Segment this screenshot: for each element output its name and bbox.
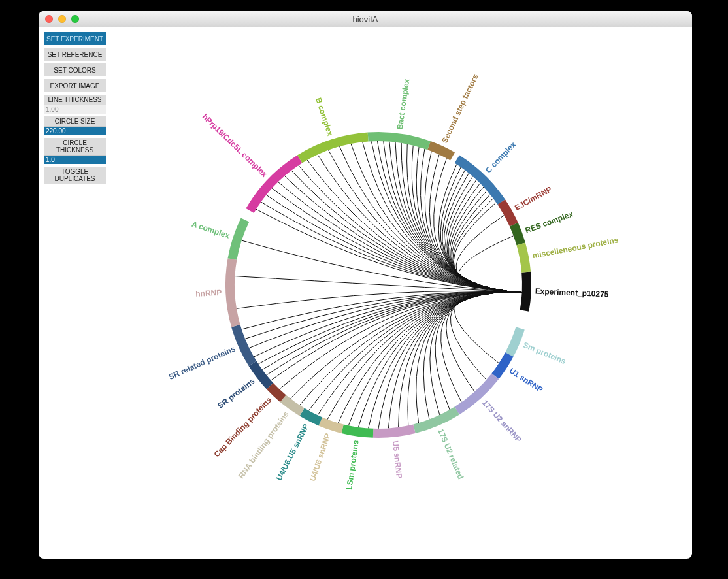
chord-srprot: [262, 292, 521, 370]
app-window: hiovitA SET EXPERIMENT SET REFERENCE SET…: [39, 11, 692, 559]
arc-label-lsm: LSm proteins: [344, 439, 361, 490]
arc-label-hprp19: hPrp19/Cdc5L complex: [201, 112, 269, 179]
arc-secondstep[interactable]: [427, 141, 455, 160]
arc-sm[interactable]: [505, 327, 525, 357]
arc-u5[interactable]: [373, 424, 416, 438]
arc-res[interactable]: [510, 223, 525, 246]
chord-u4u6u5: [308, 292, 521, 410]
arc-label-srrel: SR related proteins: [167, 344, 237, 382]
chord-hprp19: [284, 176, 521, 292]
chord-hprp19: [278, 182, 521, 292]
arc-label-u4u6: U4/U6 snRNP: [308, 432, 333, 482]
arc-label-ccomplex: C complex: [484, 140, 518, 175]
arc-label-sm: Sm proteins: [521, 340, 567, 367]
chord-srrel: [245, 291, 522, 339]
arc-label-u5: U5 snRNP: [391, 440, 404, 479]
arc-label-exp: Experiment_p10275: [535, 287, 610, 299]
window-title: hiovitA: [39, 14, 692, 24]
chord-hprp19: [272, 188, 522, 292]
arc-bact[interactable]: [368, 132, 431, 150]
arc-label-u4u6u5: U4/U6.U5 snRNP: [274, 422, 311, 482]
chord-hprp19: [261, 202, 521, 292]
arc-u2_17s_rel[interactable]: [413, 407, 459, 433]
arc-misc[interactable]: [516, 243, 531, 273]
arc-label-bcomplex: B complex: [314, 97, 335, 137]
arc-label-secondstep: Second step factors: [440, 73, 480, 144]
maximize-icon[interactable]: [71, 15, 79, 23]
arc-label-hnrnp: hnRNP: [195, 288, 222, 299]
arc-exp[interactable]: [520, 272, 531, 312]
arc-acomplex[interactable]: [228, 218, 250, 259]
arc-hnrnp[interactable]: [225, 258, 240, 327]
arc-label-srprot: SR proteins: [216, 376, 256, 410]
chord-srprot: [267, 292, 522, 375]
arc-label-u2_17s_rel: 17S U2 related: [436, 427, 465, 481]
chord-hprp19: [266, 195, 521, 292]
arc-srrel[interactable]: [231, 325, 256, 366]
arc-label-u1: U1 snRNP: [508, 366, 544, 394]
chord-chart: Experiment_p10275Sm proteinsU1 snRNP17S …: [39, 27, 692, 559]
arc-label-res: RES complex: [524, 209, 574, 235]
chord-srprot: [258, 292, 521, 364]
titlebar[interactable]: hiovitA: [39, 11, 692, 27]
arc-label-bact: Bact complex: [395, 78, 412, 131]
arc-label-ejc: EJC/mRNP: [513, 184, 554, 212]
arc-label-misc: miscelleneous proteins: [532, 235, 620, 260]
arc-label-u2_17s: 17S U2 snRNP: [480, 398, 523, 444]
arc-label-acomplex: A complex: [191, 220, 231, 240]
chord-u2_17s: [450, 292, 521, 380]
close-icon[interactable]: [45, 15, 53, 23]
chord-srprot: [271, 292, 522, 380]
chord-srrel: [242, 291, 522, 329]
minimize-icon[interactable]: [58, 15, 66, 23]
